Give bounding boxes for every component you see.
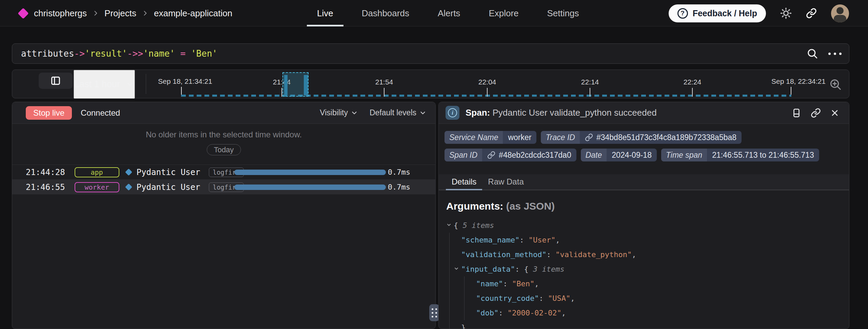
share-link-icon[interactable] [806,8,817,19]
chip-value-text: #48eb2cdcdc317da0 [499,151,571,160]
time-span-chip[interactable]: Time span 21:46:55.713 to 21:46:55.713 [661,149,819,161]
timeline-tick [590,88,590,97]
span-title-text: Pydantic User validate_python succeeded [492,108,656,118]
query-token: 'result' [85,49,127,59]
json-colon: : [498,309,508,317]
tab-details[interactable]: Details [446,174,482,190]
trace-id-chip[interactable]: Trace ID #34bd8e51d73c3f4c8a189b72338a5b… [541,131,742,144]
json-key: "dob" [476,309,498,317]
user-avatar[interactable] [831,4,849,22]
search-icon[interactable] [807,48,818,59]
more-options-icon[interactable] [828,53,842,55]
query-bar[interactable]: attributes->'result'->>'name' = 'Ben' [12,43,849,64]
span-metadata-chips: Service Name worker Trace ID #34bd8e51d7… [445,131,819,161]
span-name: Pydantic User [137,182,200,192]
json-item-count: 5 items [463,221,494,230]
sidebar-toggle-icon[interactable] [39,73,73,89]
span-panel-actions [791,108,840,118]
query-token: = [175,49,191,59]
copy-link-icon[interactable] [811,108,821,118]
empty-window-message: No older items in the selected time wind… [12,130,435,139]
tab-raw-data[interactable]: Raw Data [482,174,529,190]
json-key: "validation_method" [461,250,547,259]
chip-value: 2024-09-18 [607,149,657,161]
json-comma: , [570,294,575,303]
link-icon [487,151,495,159]
tab-explore[interactable]: Explore [489,0,518,26]
default-levels-dropdown[interactable]: Default levels [370,108,427,117]
chip-label: Span ID [445,149,482,161]
stop-live-button[interactable]: Stop live [26,106,72,120]
logfire-logo-icon[interactable] [18,8,29,19]
feedback-help-button[interactable]: ? Feedback / Help [669,4,766,22]
timeline-selection[interactable] [282,72,309,97]
span-title: Span: Pydantic User validate_python succ… [466,108,657,118]
chevron-right-icon [142,10,149,17]
chip-label: Trace ID [541,131,579,144]
json-item-count: 3 items [533,265,565,273]
json-punct: : { [515,265,529,273]
visibility-dropdown[interactable]: Visibility [320,108,358,117]
time-range-dropdown[interactable]: Last 1 hour [74,70,135,99]
collapse-caret-icon[interactable] [446,218,454,233]
chip-label: Date [581,149,607,161]
breadcrumb-org[interactable]: christophergs [34,8,87,19]
panel-resize-handle[interactable] [429,304,439,321]
chip-value: worker [503,131,536,144]
chevron-right-icon [92,10,99,17]
histogram-spike [284,75,288,95]
duration-bar [234,170,386,175]
arguments-heading: Arguments: (as JSON) [446,200,555,212]
service-name-chip[interactable]: Service Name worker [445,131,536,144]
span-duration: 0.7ms [388,183,410,191]
json-value: "User" [529,236,555,244]
timeline-tick [384,88,384,97]
visibility-label: Visibility [320,108,348,117]
today-button[interactable]: Today [207,144,241,155]
arguments-json-tree: { 5 items "schema_name": "User", "valida… [446,218,636,329]
timeline-end-label: Sep 18, 22:34:21 [771,77,826,85]
close-icon[interactable] [830,108,840,118]
json-key: "schema_name" [461,236,519,244]
span-id-chip[interactable]: Span ID #48eb2cdcdc317da0 [445,149,576,161]
json-colon: : [519,236,529,244]
span-detail-panel: i Span: Pydantic User validate_python su… [438,102,849,329]
tab-dashboards[interactable]: Dashboards [362,0,409,26]
query-token: 'name' [143,49,175,59]
query-token: -> [74,49,85,59]
query-token: attributes [21,49,74,59]
query-token: ->> [127,49,143,59]
tab-alerts[interactable]: Alerts [438,0,460,26]
span-kind-label: Span: [466,108,490,118]
dock-panel-icon[interactable] [791,108,802,118]
theme-toggle-icon[interactable] [780,7,792,19]
json-value: "Ben" [512,279,534,288]
breadcrumb-section[interactable]: Projects [104,8,136,19]
json-colon: : [503,279,512,288]
query-bar-actions [807,48,842,59]
connection-status: Connected [81,108,120,118]
duration-bar [234,185,386,190]
date-chip[interactable]: Date 2024-09-18 [581,149,657,161]
timeline-tick-label: 22:04 [478,78,496,86]
live-view-panel: Stop live Connected Visibility Default l… [12,102,436,329]
json-colon: : [547,250,556,259]
timeline-start-label: Sep 18, 21:34:21 [158,77,212,85]
span-row-selected[interactable]: 21:46:55 worker Pydantic User logfire 0.… [12,179,435,194]
tab-live[interactable]: Live [317,0,333,26]
breadcrumb-project[interactable]: example-application [154,8,232,19]
collapse-caret-icon[interactable] [454,262,461,276]
service-tag: app [75,167,119,177]
span-list: 21:44:28 app Pydantic User logfire 0.7ms… [12,164,435,194]
question-circle-icon: ? [677,8,688,19]
timeline-histogram[interactable] [181,95,791,97]
json-comma: , [632,250,636,259]
tab-settings[interactable]: Settings [547,0,579,26]
service-tag: worker [75,182,119,192]
query-input[interactable]: attributes->'result'->>'name' = 'Ben' [21,49,807,59]
zoom-in-icon[interactable] [829,78,842,91]
json-key: "input_data" [461,265,515,273]
span-row[interactable]: 21:44:28 app Pydantic User logfire 0.7ms [12,164,435,179]
span-panel-header: i Span: Pydantic User validate_python su… [439,102,849,124]
chip-label: Time span [661,149,707,161]
